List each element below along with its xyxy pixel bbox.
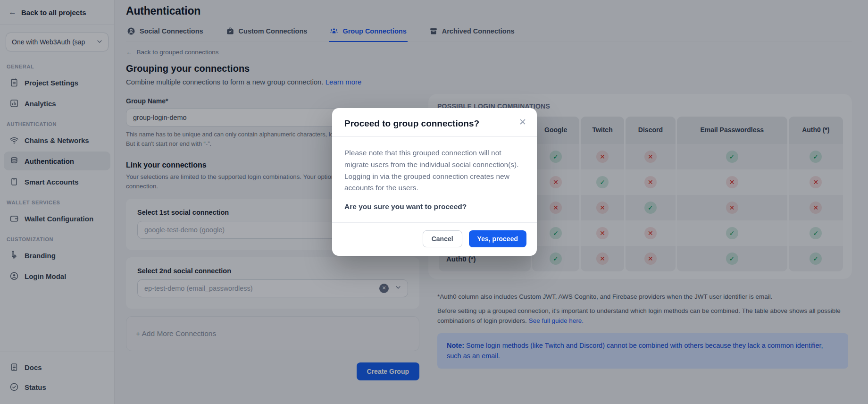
modal-message: Please note that this grouped connection… <box>344 147 525 194</box>
modal-header: Proceed to group connections? ✕ <box>332 108 537 137</box>
modal-question: Are you sure you want to proceed? <box>344 202 525 211</box>
proceed-confirmation-modal: Proceed to group connections? ✕ Please n… <box>332 108 537 256</box>
modal-body: Please note that this grouped connection… <box>332 137 537 222</box>
modal-footer: Cancel Yes, proceed <box>332 222 537 256</box>
cancel-button[interactable]: Cancel <box>423 230 462 247</box>
yes-proceed-button[interactable]: Yes, proceed <box>469 230 526 247</box>
close-icon[interactable]: ✕ <box>517 116 528 128</box>
modal-title: Proceed to group connections? <box>344 118 525 129</box>
